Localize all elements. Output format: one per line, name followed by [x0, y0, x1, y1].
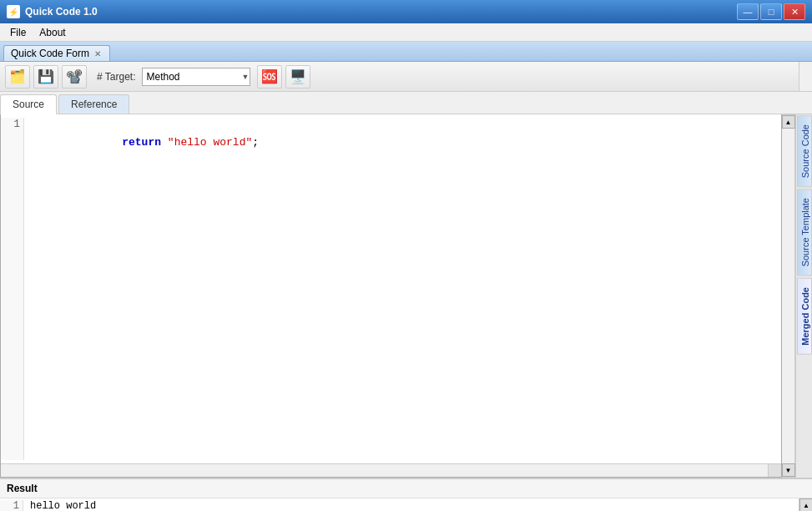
result-lines: hello world — [23, 500, 103, 511]
close-button[interactable]: ✕ — [784, 3, 805, 20]
result-line-number-1: 1 — [3, 500, 19, 511]
maximize-button[interactable]: □ — [760, 3, 782, 20]
source-tabs: Source Reference — [0, 92, 812, 114]
code-editor-row: 1 return "hello world"; ▲ — [0, 114, 812, 478]
run-icon: 🖥️ — [290, 68, 306, 84]
toolbar-vscrollbar — [799, 62, 812, 91]
titlebar: ⚡ Quick Code 1.0 — □ ✕ — [0, 0, 812, 23]
help-button[interactable]: 🆘 — [257, 65, 282, 89]
open-icon: 📽️ — [66, 68, 83, 84]
sidebar-tab-source-template[interactable]: Source Template — [797, 189, 812, 276]
doctab-quickcodeform[interactable]: Quick Code Form ✕ — [3, 45, 110, 61]
editor-hscrollbar-track — [1, 464, 768, 477]
editor-hscrollbar[interactable] — [1, 463, 781, 477]
code-editor[interactable]: 1 return "hello world"; — [0, 114, 782, 478]
semicolon: ; — [252, 136, 259, 149]
editor-vscrollbar[interactable]: ▲ ▼ — [782, 114, 795, 478]
code-lines: return "hello world"; — [24, 118, 781, 460]
toolbar: 🗂️ 💾 📽️ # Target: Method Class Field Con… — [0, 62, 812, 92]
new-button[interactable]: 🗂️ — [5, 65, 30, 89]
right-sidebar: Source Code Source Template Merged Code — [795, 114, 812, 478]
result-wrapper: 1 hello world ▲ ▼ — [0, 498, 812, 511]
main-content: Source Reference 1 return "hello world"; — [0, 92, 812, 478]
save-button[interactable]: 💾 — [33, 65, 58, 89]
app-icon: ⚡ — [7, 5, 20, 18]
run-button[interactable]: 🖥️ — [285, 65, 310, 89]
target-select-wrapper: Method Class Field Constructor ▼ — [139, 68, 250, 86]
sidebar-tab-source-code[interactable]: Source Code — [797, 115, 812, 187]
line-numbers: 1 — [1, 118, 24, 460]
minimize-button[interactable]: — — [737, 3, 759, 20]
target-select[interactable]: Method Class Field Constructor — [142, 68, 250, 86]
app-title: Quick Code 1.0 — [25, 6, 98, 18]
code-line-1: return "hello world"; — [31, 118, 774, 167]
result-line-numbers: 1 — [0, 500, 23, 511]
string-hello: "hello world" — [168, 136, 252, 149]
editor-scroll-up-arrow[interactable]: ▲ — [782, 115, 795, 129]
result-scroll-up-arrow[interactable]: ▲ — [799, 498, 812, 511]
titlebar-left: ⚡ Quick Code 1.0 — [7, 5, 98, 18]
sidebar-tab-merged-code[interactable]: Merged Code — [797, 278, 812, 355]
editor-scroll-down-arrow[interactable]: ▼ — [782, 463, 795, 477]
result-area: Result 1 hello world ▲ ▼ — [0, 478, 812, 511]
titlebar-controls: — □ ✕ — [737, 3, 805, 20]
new-icon: 🗂️ — [9, 68, 26, 84]
doctab-label: Quick Code Form — [11, 48, 89, 59]
line-number-1: 1 — [4, 118, 20, 130]
result-header: Result — [0, 479, 812, 498]
tab-source[interactable]: Source — [0, 94, 57, 114]
save-icon: 💾 — [38, 68, 54, 84]
menubar: File About — [0, 23, 812, 42]
open-button[interactable]: 📽️ — [62, 65, 87, 89]
editor-hscrollbar-corner — [768, 464, 781, 477]
menu-about[interactable]: About — [33, 25, 72, 40]
doctab-close-icon[interactable]: ✕ — [94, 49, 101, 58]
editor-inner: Source Reference 1 return "hello world"; — [0, 92, 812, 478]
code-content: 1 return "hello world"; — [1, 114, 781, 463]
keyword-return: return — [122, 136, 161, 149]
result-line-1: hello world — [30, 500, 96, 511]
result-vscrollbar[interactable]: ▲ ▼ — [799, 498, 812, 511]
tab-reference[interactable]: Reference — [58, 94, 129, 114]
help-icon: 🆘 — [261, 68, 278, 84]
menu-file[interactable]: File — [3, 25, 33, 40]
target-label: # Target: — [97, 71, 135, 83]
result-content: 1 hello world — [0, 498, 799, 511]
doctab-bar: Quick Code Form ✕ — [0, 42, 812, 62]
